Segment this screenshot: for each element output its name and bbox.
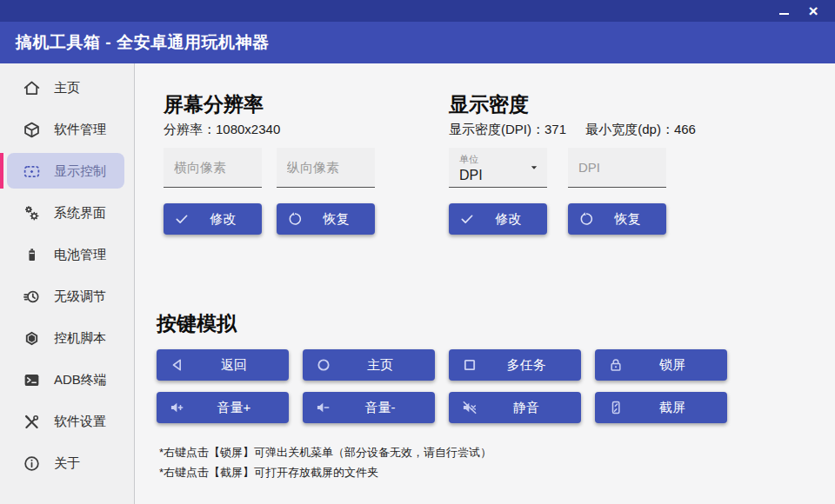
gears-icon — [23, 204, 41, 222]
density-title: 显示密度 — [449, 92, 696, 116]
selected-accent-bar — [0, 153, 3, 189]
sidebar-item-label: ADB终端 — [54, 372, 107, 388]
check-icon — [174, 211, 190, 227]
sidebar-item-display-control[interactable]: 显示控制 — [0, 150, 134, 192]
sidebar-item-control-script[interactable]: 控机脚本 — [0, 317, 134, 359]
sidebar-item-stepless-adjust[interactable]: 无级调节 — [0, 275, 134, 317]
sidebar-item-label: 系统界面 — [54, 205, 106, 222]
width-pixels-input[interactable] — [164, 148, 262, 188]
resolution-section: 屏幕分辨率 分辨率：1080x2340 修改 — [164, 92, 375, 235]
home-key-button[interactable]: 主页 — [303, 349, 435, 381]
home-icon — [23, 79, 41, 97]
app-title: 搞机工具箱 - 全安卓通用玩机神器 — [16, 31, 269, 54]
sidebar-item-label: 软件管理 — [54, 122, 106, 138]
sidebar-item-label: 控机脚本 — [54, 330, 106, 347]
sidebar-item-home[interactable]: 主页 — [0, 67, 134, 109]
sidebar: 主页 软件管理 显示控制 — [0, 63, 135, 504]
volume-down-icon — [315, 399, 332, 416]
sidebar-item-label: 无级调节 — [54, 288, 106, 305]
recents-icon — [461, 356, 478, 374]
sidebar-item-battery[interactable]: 电池管理 — [0, 234, 134, 275]
recents-key-button[interactable]: 多任务 — [449, 349, 581, 381]
back-key-button[interactable]: 返回 — [157, 349, 289, 381]
screenshot-key-button[interactable]: 截屏 — [595, 392, 727, 423]
sidebar-item-label: 关于 — [54, 455, 80, 472]
check-icon — [459, 211, 475, 227]
dpi-input[interactable] — [568, 148, 666, 188]
volume-up-key-button[interactable]: 音量+ — [157, 392, 289, 423]
display-control-icon — [23, 162, 41, 181]
app-header: 搞机工具箱 - 全安卓通用玩机神器 — [0, 22, 835, 63]
mute-icon — [461, 399, 478, 416]
sidebar-item-system-ui[interactable]: 系统界面 — [0, 192, 134, 234]
tools-icon — [23, 413, 41, 431]
info-icon — [23, 454, 41, 473]
resolution-apply-button[interactable]: 修改 — [164, 203, 262, 235]
mute-key-button[interactable]: 静音 — [449, 392, 581, 423]
terminal-icon — [23, 371, 41, 389]
battery-icon — [23, 246, 41, 264]
lock-screen-key-button[interactable]: 锁屏 — [595, 349, 727, 381]
screenshot-icon — [607, 399, 625, 416]
back-icon — [169, 356, 186, 374]
unit-dropdown[interactable]: 单位 DPI — [449, 148, 547, 188]
sidebar-item-adb-terminal[interactable]: ADB终端 — [0, 359, 134, 401]
density-restore-button[interactable]: 恢复 — [568, 203, 666, 235]
titlebar: × — [0, 0, 835, 22]
sidebar-item-label: 主页 — [54, 80, 80, 96]
sidebar-item-app-settings[interactable]: 软件设置 — [0, 401, 134, 442]
min-width-dp: 最小宽度(dp)：466 — [585, 122, 696, 136]
hexagon-icon — [23, 329, 41, 348]
current-dpi: 显示密度(DPI)：371 — [449, 122, 566, 136]
chevron-down-icon — [528, 162, 540, 174]
sidebar-item-label: 软件设置 — [54, 414, 106, 430]
key-simulation-title: 按键模拟 — [157, 311, 835, 335]
key-simulation-section: 按键模拟 返回 主页 — [157, 311, 835, 482]
height-pixels-input[interactable] — [277, 148, 375, 188]
minimize-icon — [779, 13, 789, 15]
volume-down-key-button[interactable]: 音量- — [303, 392, 435, 423]
density-apply-button[interactable]: 修改 — [449, 203, 547, 235]
app-window: × 搞机工具箱 - 全安卓通用玩机神器 主页 软件管理 — [0, 0, 835, 504]
restore-icon — [578, 211, 594, 227]
speed-clock-icon — [23, 288, 41, 306]
package-icon — [23, 121, 41, 139]
restore-icon — [287, 211, 303, 227]
sidebar-item-app-management[interactable]: 软件管理 — [0, 109, 134, 150]
current-resolution: 分辨率：1080x2340 — [164, 122, 375, 137]
sidebar-item-label: 电池管理 — [54, 247, 106, 263]
lock-icon — [607, 356, 625, 374]
note-lock-screen: *右键点击【锁屏】可弹出关机菜单（部分设备无效，请自行尝试） — [159, 442, 835, 462]
close-button[interactable]: × — [802, 0, 825, 22]
main-content: 屏幕分辨率 分辨率：1080x2340 修改 — [135, 63, 835, 504]
volume-up-icon — [169, 399, 186, 416]
resolution-title: 屏幕分辨率 — [164, 92, 375, 116]
density-section: 显示密度 显示密度(DPI)：371 最小宽度(dp)：466 单位 DPI — [449, 92, 696, 235]
note-screenshot: *右键点击【截屏】可打开存放截屏的文件夹 — [159, 462, 835, 482]
minimize-button[interactable] — [772, 0, 795, 22]
sidebar-item-about[interactable]: 关于 — [0, 442, 134, 484]
resolution-restore-button[interactable]: 恢复 — [277, 203, 375, 235]
sidebar-item-label: 显示控制 — [54, 163, 106, 180]
home-circle-icon — [315, 356, 332, 374]
